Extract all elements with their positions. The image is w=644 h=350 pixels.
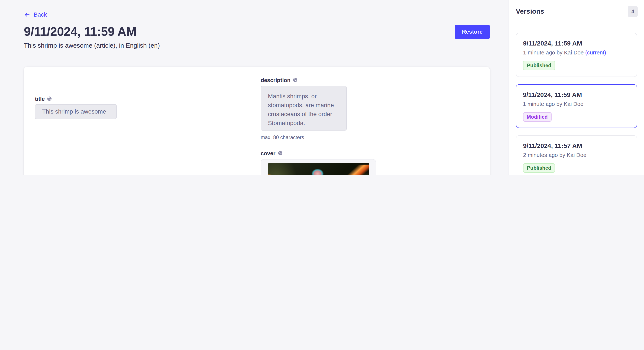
current-version-label: (current): [585, 49, 606, 56]
versions-title: Versions: [516, 8, 544, 15]
versions-header: Versions 4: [509, 0, 644, 23]
globe-icon: [278, 151, 282, 156]
description-field: description Mantis shrimps, or stomatopo…: [261, 77, 347, 140]
version-date: 9/11/2024, 11:59 AM: [523, 39, 630, 47]
cover-label: cover: [261, 150, 275, 156]
cover-field: cover this-shrimp-i: [261, 150, 376, 175]
version-meta: 1 minute ago by Kai Doe (current): [523, 49, 630, 56]
version-meta: 1 minute ago by Kai Doe: [523, 101, 630, 107]
version-card-selected[interactable]: 9/11/2024, 11:59 AM 1 minute ago by Kai …: [516, 84, 637, 128]
cover-image: [268, 163, 369, 175]
cover-media-card: this-shrimp-is-awesome: [261, 159, 376, 175]
version-status-badge: Modified: [523, 112, 552, 121]
versions-count-badge: 4: [628, 6, 638, 17]
versions-sidebar: Versions 4 9/11/2024, 11:59 AM 1 minute …: [508, 0, 644, 175]
description-textarea: Mantis shrimps, or stomatopods, are mari…: [261, 86, 347, 130]
globe-icon: [292, 77, 298, 82]
version-date: 9/11/2024, 11:57 AM: [523, 142, 630, 149]
version-card[interactable]: 9/11/2024, 11:57 AM 2 minutes ago by Kai…: [516, 135, 637, 175]
version-status-badge: Published: [523, 61, 555, 70]
main-content: Back 9/11/2024, 11:59 AM Restore This sh…: [0, 0, 508, 175]
version-card[interactable]: 9/11/2024, 11:59 AM 1 minute ago by Kai …: [516, 33, 637, 77]
globe-icon: [47, 96, 52, 101]
page-title: 9/11/2024, 11:59 AM: [24, 25, 136, 39]
back-label: Back: [34, 11, 47, 18]
version-status-badge: Published: [523, 163, 555, 173]
version-meta: 2 minutes ago by Kai Doe: [523, 152, 630, 158]
title-input: [35, 104, 117, 119]
restore-button[interactable]: Restore: [455, 24, 490, 39]
page-subtitle: This shrimp is awesome (article), in Eng…: [24, 41, 490, 49]
back-link[interactable]: Back: [24, 11, 47, 18]
version-date: 9/11/2024, 11:59 AM: [523, 91, 630, 98]
back-arrow-icon: [24, 11, 30, 18]
form-card: title description Mantis shrimps, or sto…: [24, 67, 490, 175]
versions-list: 9/11/2024, 11:59 AM 1 minute ago by Kai …: [509, 23, 644, 175]
title-label: title: [35, 95, 45, 102]
description-label: description: [261, 77, 290, 83]
title-field: title: [35, 95, 117, 119]
version-history-page: Back 9/11/2024, 11:59 AM Restore This sh…: [0, 0, 644, 175]
description-hint: max. 80 characters: [261, 134, 347, 140]
